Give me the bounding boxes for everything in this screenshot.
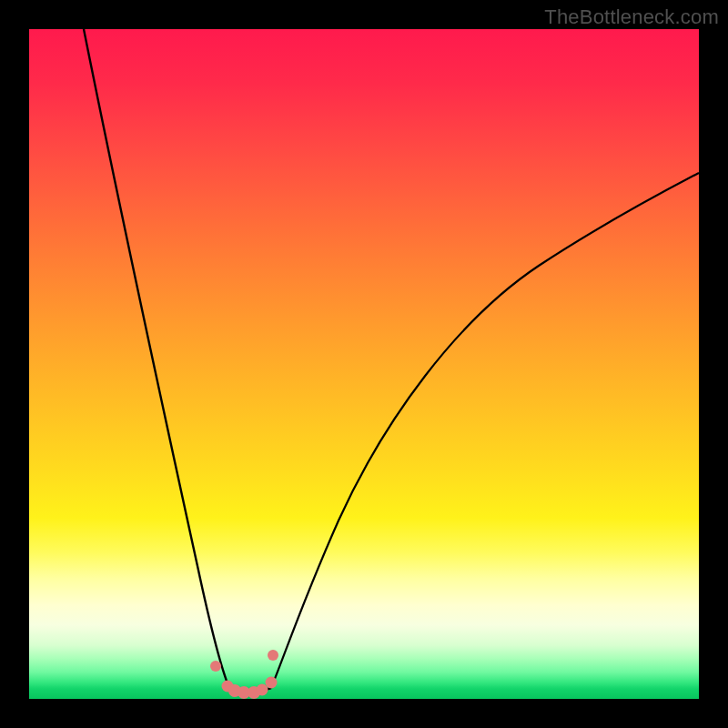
watermark-text: TheBottleneck.com	[544, 5, 719, 29]
right-curve	[271, 173, 699, 688]
valley-dots-group	[210, 650, 278, 699]
valley-dot	[268, 650, 278, 661]
chart-svg	[29, 29, 699, 699]
left-curve	[84, 29, 229, 688]
valley-dot	[266, 677, 278, 689]
plot-area	[29, 29, 699, 699]
valley-dot	[210, 661, 221, 672]
